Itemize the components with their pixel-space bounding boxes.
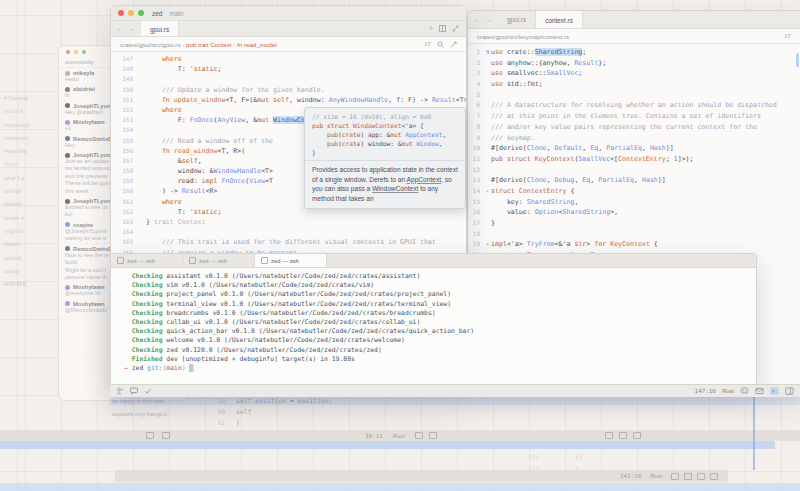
- code-token: update_window: [174, 96, 226, 104]
- code-token: pub: [327, 131, 338, 138]
- avatar: [65, 199, 70, 204]
- search-icon[interactable]: [437, 41, 444, 48]
- code-token: Checking: [124, 309, 162, 317]
- dock-panels-icon[interactable]: [785, 387, 794, 395]
- code-text: value: Option<SharedString>,: [491, 208, 618, 216]
- code-token: zed v0.120.0 (/Users/natebutler/Code/zed…: [162, 346, 381, 354]
- feedback-mail-icon[interactable]: [755, 387, 764, 395]
- code-token: ;: [582, 48, 586, 56]
- diagnostics-check-icon[interactable]: [144, 387, 152, 395]
- code-line: 19▾impl<'a> TryFrom<&'a str> for KeyCont…: [468, 240, 800, 251]
- code-token: ;: [217, 65, 221, 73]
- popup-doc-text: Provides access to application state in …: [305, 161, 465, 208]
- tab-context-rs[interactable]: context.rs: [536, 11, 583, 28]
- nav-forward-icon[interactable]: →: [128, 25, 135, 32]
- code-token: mut: [401, 140, 412, 147]
- doc-link[interactable]: AppContext: [407, 176, 441, 183]
- line-number: 4: [468, 80, 484, 87]
- code-text: where: [146, 106, 182, 114]
- zoom-button[interactable]: [82, 50, 86, 54]
- language-selector[interactable]: Rust: [722, 388, 734, 394]
- doc-link[interactable]: WindowContext: [372, 185, 418, 192]
- ghost-line-number: 61: [218, 419, 236, 426]
- code-token: Clone: [527, 144, 547, 152]
- close-button[interactable]: [118, 10, 124, 16]
- code-text: ) -> Result<R>: [146, 187, 217, 195]
- line-number: 2: [468, 59, 484, 66]
- code-token: Checking: [124, 327, 162, 335]
- code-text: T: 'static;: [146, 65, 221, 73]
- code-token: , window:: [289, 96, 329, 104]
- collab-people-icon[interactable]: [116, 387, 124, 395]
- code-text: /// and/or key value pairs representing …: [491, 123, 757, 131]
- expand-icon[interactable]: [450, 41, 457, 48]
- code-token: /// Update a window for the given handle…: [146, 86, 325, 94]
- code-line: 18: [468, 230, 800, 241]
- code-token: ;: [217, 208, 221, 216]
- code-token: smallvec::: [507, 69, 547, 77]
- line-number: 12: [468, 166, 484, 173]
- code-line: 7/// at this point in the element tree. …: [468, 112, 800, 123]
- code-token: git:(: [147, 364, 166, 372]
- code-token: ) app: &: [360, 131, 390, 138]
- code-text: use crate::SharedString;: [491, 48, 586, 56]
- nav-forward-icon[interactable]: →: [485, 16, 492, 23]
- chat-author-name: JosephTLyons: [73, 103, 114, 109]
- fold-arrow-icon[interactable]: ▾: [484, 241, 491, 247]
- code-text: /// keymap.: [491, 134, 535, 142]
- code-line: 8/// and/or key value pairs representing…: [468, 123, 800, 134]
- code-token: project_panel v0.1.0 (/Users/natebutler/…: [162, 290, 451, 298]
- avatar: [65, 246, 70, 251]
- code-token: /// at this point in the element tree. C…: [491, 112, 761, 120]
- code-token: FnOnce: [221, 177, 245, 185]
- nav-back-icon[interactable]: ←: [117, 25, 124, 32]
- expand-pane-icon[interactable]: [452, 25, 459, 32]
- fold-arrow-icon[interactable]: ▾: [484, 188, 491, 194]
- git-branch-label[interactable]: main: [169, 10, 183, 17]
- zed-homepage-collage: # Generalin tool fiimplementiimplementHo…: [0, 0, 800, 491]
- code-token: quick_action_bar v0.1.0 (/Users/natebutl…: [162, 327, 474, 335]
- line-number: 13: [468, 176, 484, 183]
- code-token: ,: [547, 144, 555, 152]
- minimize-button[interactable]: [74, 50, 78, 54]
- line-number: 162: [111, 208, 139, 215]
- cursor-position[interactable]: 147:10: [695, 388, 716, 394]
- code-token: anyhow::{anyhow,: [507, 59, 575, 67]
- ghost-text-line: implementi: [4, 119, 60, 132]
- code-token: for: [594, 240, 610, 248]
- code-text: fn update_window<T, F>(&mut self, window…: [146, 96, 466, 104]
- right-breadcrumb[interactable]: crates/gpui/src/keymap/context.rs 1T: [468, 29, 800, 44]
- code-text: use std::fmt;: [491, 80, 543, 88]
- terminal-tab[interactable]: zed — zsh: [111, 254, 183, 267]
- line-number: 19: [468, 240, 484, 247]
- terminal-tab-bar: zed — zshzed — zshzed — zsh: [111, 254, 756, 268]
- background-ghost-text: # Generalin tool fiimplementiimplementHo…: [4, 92, 60, 291]
- chat-panel-icon[interactable]: [130, 387, 138, 395]
- code-token: zed: [132, 364, 147, 372]
- zoom-button[interactable]: [138, 10, 144, 16]
- terminal-output[interactable]: Checking assistant v0.1.0 (/Users/natebu…: [111, 268, 756, 373]
- tab-gpui-rs[interactable]: gpui.rs: [141, 21, 179, 36]
- line-number: 7: [468, 112, 484, 119]
- inline-assist-icon[interactable]: 1T: [784, 33, 791, 39]
- terminal-toggle-icon[interactable]: [770, 387, 779, 395]
- inline-assist-icon[interactable]: 1T: [424, 41, 431, 47]
- copilot-icon[interactable]: [740, 387, 749, 395]
- terminal-tab[interactable]: zed — zsh: [255, 254, 327, 267]
- scrollbar-marker[interactable]: [796, 53, 799, 67]
- breadcrumb-segment: crates/gpui/src/gpui.rs: [120, 41, 181, 48]
- main-breadcrumb[interactable]: crates/gpui/src/gpui.rs › pub trait Cont…: [111, 37, 466, 52]
- split-pane-icon[interactable]: [439, 25, 446, 32]
- nav-back-icon[interactable]: ←: [474, 16, 481, 23]
- tab-gpui-rs[interactable]: gpui.rs: [498, 11, 536, 28]
- terminal-window: zed — zshzed — zshzed — zsh Checking ass…: [110, 253, 757, 385]
- ghost-text-line: # General: [4, 92, 60, 105]
- ghost-text-line: You c: [4, 158, 60, 171]
- code-token: struct: [491, 187, 519, 195]
- chat-author-name: alaidriel: [73, 86, 95, 92]
- new-tab-icon[interactable]: +: [429, 25, 433, 32]
- terminal-tab[interactable]: zed — zsh: [183, 254, 255, 267]
- project-name[interactable]: zed: [152, 10, 162, 17]
- close-button[interactable]: [66, 50, 70, 54]
- minimize-button[interactable]: [128, 10, 134, 16]
